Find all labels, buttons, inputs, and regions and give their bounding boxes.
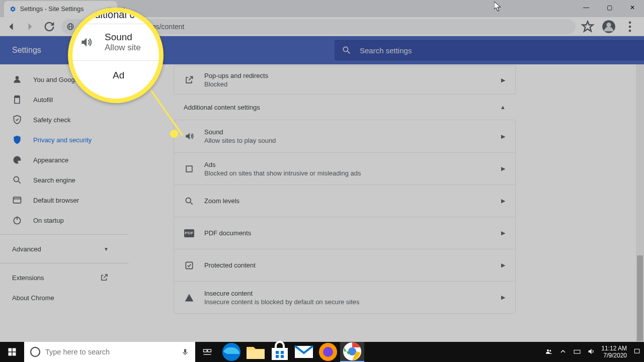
taskbar-app-edge[interactable] bbox=[219, 342, 244, 362]
palette-icon bbox=[12, 155, 22, 165]
people-icon[interactable] bbox=[545, 347, 553, 357]
windows-taskbar: Type here to search 11:12 AM 7/9/2020 bbox=[0, 342, 644, 362]
sidebar-item-privacy-security[interactable]: Privacy and security bbox=[0, 130, 129, 150]
row-ads[interactable]: AdsBlocked on sites that show intrusive … bbox=[174, 152, 515, 185]
chevron-right-icon: ▶ bbox=[501, 77, 505, 83]
taskbar-app-store[interactable] bbox=[268, 342, 292, 362]
svg-point-6 bbox=[629, 29, 631, 32]
taskbar-app-mail[interactable] bbox=[292, 342, 316, 362]
svg-rect-11 bbox=[186, 166, 192, 172]
reload-button[interactable] bbox=[42, 20, 56, 34]
taskbar-app-explorer[interactable] bbox=[244, 342, 268, 362]
page-scrollbar[interactable] bbox=[636, 64, 644, 352]
address-bar[interactable]: Ch gs/content bbox=[61, 19, 576, 34]
settings-title: Settings bbox=[12, 46, 41, 55]
row-pdf-documents[interactable]: PDF PDF documents ▶ bbox=[174, 217, 515, 249]
person-icon bbox=[12, 74, 22, 84]
start-button[interactable] bbox=[0, 342, 24, 362]
power-icon bbox=[12, 215, 22, 225]
row-zoom-levels[interactable]: Zoom levels ▶ bbox=[174, 185, 515, 217]
notifications-icon[interactable] bbox=[633, 347, 641, 357]
search-placeholder: Search settings bbox=[360, 46, 412, 55]
svg-rect-36 bbox=[634, 349, 639, 353]
page-viewport: Settings Search settings You and Google … bbox=[0, 36, 644, 352]
sidebar-about-chrome[interactable]: About Chrome bbox=[0, 288, 129, 308]
chevron-right-icon: ▶ bbox=[501, 165, 505, 172]
taskbar-app-firefox[interactable] bbox=[316, 342, 340, 362]
warning-icon bbox=[184, 293, 194, 303]
new-tab-button[interactable]: + bbox=[117, 3, 131, 17]
microphone-icon[interactable] bbox=[181, 348, 189, 356]
external-link-icon bbox=[100, 273, 109, 282]
forward-button[interactable] bbox=[23, 20, 37, 34]
window-controls: — ▢ ✕ bbox=[575, 0, 644, 15]
svg-point-8 bbox=[14, 176, 19, 182]
volume-icon[interactable] bbox=[587, 347, 595, 357]
profile-avatar-icon[interactable] bbox=[602, 20, 616, 34]
tray-date: 7/9/2020 bbox=[601, 352, 627, 359]
sidebar-item-label: Search engine bbox=[33, 176, 75, 184]
svg-point-7 bbox=[16, 76, 19, 79]
row-popups-redirects[interactable]: Pop-ups and redirectsBlocked ▶ bbox=[174, 66, 515, 94]
row-title: Sound bbox=[204, 128, 491, 136]
sidebar-item-label: You and Google bbox=[33, 76, 80, 83]
svg-rect-20 bbox=[208, 349, 211, 352]
about-label: About Chrome bbox=[12, 294, 54, 302]
row-sound[interactable]: SoundAllow sites to play sound ▶ bbox=[174, 120, 515, 152]
shield-check-icon bbox=[12, 115, 22, 125]
taskbar-search[interactable]: Type here to search bbox=[24, 342, 195, 362]
svg-rect-16 bbox=[9, 352, 12, 356]
svg-rect-15 bbox=[13, 348, 16, 352]
row-title: Protected content bbox=[204, 261, 491, 269]
scrollbar-thumb[interactable] bbox=[637, 255, 643, 341]
sidebar-item-default-browser[interactable]: Default browser bbox=[0, 190, 129, 210]
sidebar-extensions-link[interactable]: Extensions bbox=[0, 267, 121, 288]
svg-rect-24 bbox=[276, 351, 279, 354]
check-box-icon bbox=[184, 260, 194, 270]
sidebar-advanced-toggle[interactable]: Advanced▼ bbox=[0, 239, 121, 259]
svg-point-3 bbox=[606, 22, 611, 27]
bookmark-star-icon[interactable] bbox=[581, 20, 595, 34]
frame-icon bbox=[184, 164, 194, 174]
svg-point-33 bbox=[547, 349, 549, 351]
chevron-down-icon: ▼ bbox=[104, 246, 109, 252]
close-window-button[interactable]: ✕ bbox=[621, 0, 644, 15]
advanced-label: Advanced bbox=[12, 245, 41, 253]
svg-point-30 bbox=[323, 347, 333, 357]
tab-close-icon[interactable]: × bbox=[108, 5, 112, 13]
sidebar-item-label: Appearance bbox=[33, 156, 68, 164]
sidebar-item-on-startup[interactable]: On startup bbox=[0, 210, 129, 230]
search-settings-input[interactable]: Search settings bbox=[335, 40, 644, 60]
row-subtitle: Blocked on sites that show intrusive or … bbox=[204, 169, 491, 177]
sidebar-item-safety-check[interactable]: Safety check bbox=[0, 110, 129, 130]
url-prefix: Ch bbox=[78, 23, 88, 31]
keyboard-icon[interactable] bbox=[573, 347, 581, 357]
sidebar-item-search-engine[interactable]: Search engine bbox=[0, 170, 129, 190]
row-insecure-content[interactable]: Insecure contentInsecure content is bloc… bbox=[174, 281, 515, 313]
tray-clock[interactable]: 11:12 AM 7/9/2020 bbox=[601, 345, 627, 359]
sidebar-item-appearance[interactable]: Appearance bbox=[0, 150, 129, 170]
settings-sidebar: You and Google Autofill Safety check Pri… bbox=[0, 64, 129, 352]
row-protected-content[interactable]: Protected content ▶ bbox=[174, 249, 515, 281]
minimize-button[interactable]: — bbox=[575, 0, 598, 15]
svg-rect-26 bbox=[276, 355, 279, 358]
sidebar-item-label: Autofill bbox=[33, 96, 53, 104]
clipboard-icon bbox=[12, 95, 22, 105]
back-button[interactable] bbox=[4, 20, 18, 34]
sidebar-item-autofill[interactable]: Autofill bbox=[0, 89, 129, 110]
sidebar-item-label: Safety check bbox=[33, 116, 70, 124]
chevron-right-icon: ▶ bbox=[501, 198, 505, 204]
browser-tab[interactable]: Settings - Site Settings × bbox=[4, 1, 117, 17]
sidebar-item-you-and-google[interactable]: You and Google bbox=[0, 69, 129, 89]
search-icon bbox=[12, 175, 22, 185]
chevron-right-icon: ▶ bbox=[501, 230, 505, 236]
taskbar-app-chrome[interactable] bbox=[340, 342, 364, 362]
taskview-button[interactable] bbox=[195, 342, 219, 362]
chevron-right-icon: ▶ bbox=[501, 262, 505, 268]
tray-chevron-icon[interactable] bbox=[559, 347, 567, 357]
additional-content-settings-header[interactable]: Additional content settings ▲ bbox=[174, 95, 516, 120]
maximize-button[interactable]: ▢ bbox=[598, 0, 621, 15]
chrome-menu-icon[interactable] bbox=[623, 20, 637, 34]
browser-toolbar: Ch gs/content bbox=[0, 17, 644, 36]
divider bbox=[0, 263, 129, 263]
